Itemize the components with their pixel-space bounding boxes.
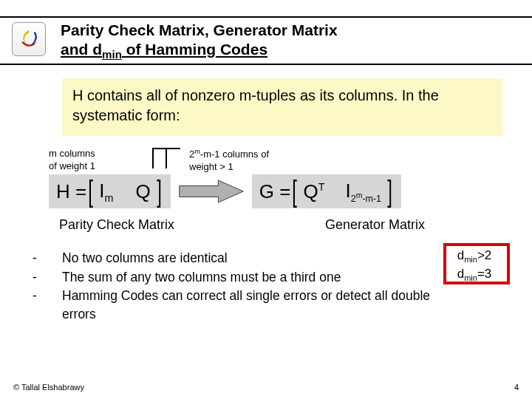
annot-left: m columns of weight 1 xyxy=(49,146,123,172)
h-q: Q xyxy=(131,180,154,203)
annot-right-post: -m-1 columns of xyxy=(200,149,269,160)
list-item: - No two columns are identical xyxy=(33,249,507,267)
h-matrix: H = [ Im Q ] xyxy=(49,174,171,208)
pointer-left-icon xyxy=(152,148,154,168)
dmin1-post: >2 xyxy=(477,248,491,262)
bullet-list: dmin>2 dmin=3 - No two columns are ident… xyxy=(33,249,507,324)
parity-label: Parity Check Matrix xyxy=(59,217,281,233)
title-block: Parity Check Matrix, Generator Matrix an… xyxy=(61,21,532,62)
svg-marker-0 xyxy=(180,180,243,202)
bracket-close-icon: ] xyxy=(387,177,392,206)
dmin-column: dmin>2 dmin=3 xyxy=(445,246,504,283)
bullet-text: Hamming Codes can correct all single err… xyxy=(62,287,507,324)
rule-top xyxy=(0,16,532,18)
logo-icon xyxy=(12,22,46,56)
list-item: - The sum of any two columns must be a t… xyxy=(33,268,507,287)
g-matrix: G = [ QT I2m-m-1 ] xyxy=(252,174,401,208)
bullet-dash-icon: - xyxy=(33,268,62,287)
bullet-text: The sum of any two columns must be a thi… xyxy=(62,268,507,287)
h-identity-sub: m xyxy=(105,192,114,204)
annot-right: 2m-m-1 columns of weight > 1 xyxy=(189,146,300,173)
generator-label: Generator Matrix xyxy=(325,217,425,233)
annot-left-l1: m columns xyxy=(49,148,95,159)
bracket-close-icon: ] xyxy=(157,177,162,206)
intro-text: H contains all of nonzero m-tuples as it… xyxy=(72,87,439,123)
g-label: G = xyxy=(259,180,291,203)
h-label: H = xyxy=(56,180,86,203)
g-i-sub-post: -m-1 xyxy=(362,194,381,204)
bullet-dash-icon: - xyxy=(33,249,62,267)
title-line1: Parity Check Matrix, Generator Matrix xyxy=(61,21,338,38)
bracket-open-icon: [ xyxy=(88,177,93,206)
dmin1-pre: d xyxy=(457,248,464,262)
annot-right-l2: weight > 1 xyxy=(189,161,233,172)
matrix-row: H = [ Im Q ] G = [ QT I2m-m-1 ] xyxy=(49,174,510,208)
title-line2-post: of Hamming Codes xyxy=(122,41,267,58)
annot-right-sup: m xyxy=(194,148,200,155)
dmin2-post: =3 xyxy=(477,267,491,281)
title-line2-pre: and d xyxy=(61,41,102,58)
list-item: - Hamming Codes can correct all single e… xyxy=(33,287,507,324)
column-annotations: m columns of weight 1 2m-m-1 columns of … xyxy=(49,146,507,173)
bullet-text: No two columns are identical xyxy=(62,249,507,267)
matrix-names: Parity Check Matrix Generator Matrix xyxy=(59,217,510,233)
g-i-sub: 2 xyxy=(351,194,356,204)
slide-title: Parity Check Matrix, Generator Matrix an… xyxy=(61,21,517,62)
annot-left-l2: of weight 1 xyxy=(49,160,95,171)
page-number: 4 xyxy=(514,383,519,392)
g-q-sup: T xyxy=(318,181,325,193)
g-identity: I xyxy=(346,180,351,202)
dmin2-pre: d xyxy=(457,267,464,281)
bullet-dash-icon: - xyxy=(33,287,62,305)
arrow-icon xyxy=(171,178,252,205)
title-line2-sub: min xyxy=(102,48,122,61)
bracket-open-icon: [ xyxy=(293,177,298,206)
pointer-right-icon xyxy=(166,148,167,168)
dmin1-sub: min xyxy=(464,256,477,265)
slide-header: Parity Check Matrix, Generator Matrix an… xyxy=(0,0,532,65)
g-q: Q xyxy=(304,180,318,202)
slide-footer: © Tallal Elshabrawy 4 xyxy=(13,383,519,392)
intro-callout: H contains all of nonzero m-tuples as it… xyxy=(62,78,502,136)
h-identity: I xyxy=(99,180,104,202)
rule-bottom xyxy=(0,64,532,65)
dmin2-sub: min xyxy=(464,274,477,283)
copyright: © Tallal Elshabrawy xyxy=(13,383,84,392)
